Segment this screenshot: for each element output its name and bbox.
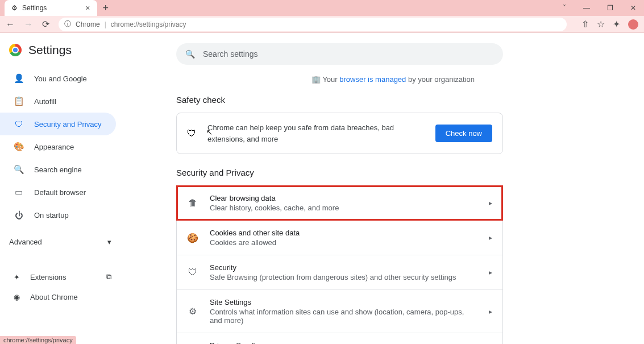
browser-icon: ▭ [14,187,24,197]
safety-check-text: Chrome can help keep you safe from data … [207,122,424,144]
sidebar-extensions-label: Extensions [30,273,67,281]
shield-check-icon: 🛡 [187,129,196,139]
building-icon: 🏢 [311,75,321,84]
profile-avatar[interactable] [628,19,638,30]
search-settings-input[interactable]: 🔍 Search settings [176,43,503,65]
sliders-icon: ⚙ [187,306,198,317]
browser-toolbar: ← → ⟳ ⓘ Chrome | chrome://settings/priva… [0,16,644,33]
safety-check-card: 🛡 Chrome can help keep you safe from dat… [176,113,503,154]
row-clear-browsing-data[interactable]: 🗑 Clear browsing data Clear history, coo… [177,186,502,220]
sidebar-about-chrome[interactable]: ◉ About Chrome [0,287,125,307]
palette-icon: 🎨 [14,142,24,152]
chrome-logo-icon [9,44,22,56]
search-icon: 🔍 [185,49,195,59]
sidebar-about-label: About Chrome [30,293,78,301]
gear-icon: ⚙ [11,4,18,12]
settings-content: 🔍 Search settings 🏢 Your browser is mana… [125,33,644,344]
sidebar-item-on-startup[interactable]: ⏻ On startup [0,204,116,226]
person-icon: 👤 [14,73,24,84]
row-subtitle: Clear history, cookies, cache, and more [210,204,477,212]
external-link-icon: ⧉ [106,272,111,281]
sidebar-item-security-and-privacy[interactable]: 🛡 Security and Privacy [0,113,116,135]
tab-close-icon[interactable]: × [85,3,90,13]
reload-button[interactable]: ⟳ [42,19,49,30]
chevron-right-icon: ▸ [489,308,492,316]
browser-tab[interactable]: ⚙ Settings × [5,0,97,16]
settings-sidebar: Settings 👤 You and Google 📋 Autofill 🛡 S… [0,33,125,344]
new-tab-button[interactable]: + [103,2,109,14]
omnibox-chip: Chrome [76,20,100,28]
sidebar-item-autofill[interactable]: 📋 Autofill [0,90,116,113]
row-security[interactable]: 🛡 Security Safe Browsing (protection fro… [177,255,502,289]
power-icon: ⏻ [14,210,24,220]
row-title: Cookies and other site data [210,229,477,237]
security-privacy-card: 🗑 Clear browsing data Clear history, coo… [176,185,503,344]
chevron-down-icon: ▾ [107,238,111,246]
sidebar-item-label: Default browser [34,188,86,197]
sidebar-advanced-label: Advanced [9,238,42,246]
sidebar-item-label: Autofill [34,97,56,106]
safety-check-heading: Safety check [176,95,610,105]
sidebar-item-label: You and Google [34,74,87,83]
shield-icon: 🛡 [14,119,24,129]
share-icon[interactable]: ⇧ [581,19,589,30]
tab-title: Settings [22,4,47,12]
site-info-icon[interactable]: ⓘ [64,19,71,29]
window-controls: ˅ — ❐ ✕ [563,4,644,12]
bookmark-star-icon[interactable]: ☆ [597,19,605,30]
chevron-right-icon: ▸ [489,234,492,242]
clipboard-icon: 📋 [14,96,24,106]
row-title: Site Settings [210,298,477,306]
cookie-icon: 🍪 [187,233,198,243]
sidebar-advanced[interactable]: Advanced ▾ [0,231,125,253]
extensions-puzzle-icon[interactable]: ✦ [613,19,620,30]
row-subtitle: Controls what information sites can use … [210,308,477,325]
row-title: Security [210,263,477,272]
forward-button[interactable]: → [24,19,33,30]
sidebar-item-you-and-google[interactable]: 👤 You and Google [0,67,116,90]
row-site-settings[interactable]: ⚙ Site Settings Controls what informatio… [177,289,502,333]
address-bar[interactable]: ⓘ Chrome | chrome://settings/privacy [59,18,567,31]
managed-link[interactable]: browser is managed [339,75,406,84]
search-icon: 🔍 [14,164,24,175]
puzzle-icon: ✦ [14,273,20,281]
sidebar-item-appearance[interactable]: 🎨 Appearance [0,135,116,158]
managed-notice: 🏢 Your browser is managed by your organi… [176,75,610,84]
sidebar-item-label: Search engine [34,165,82,174]
check-now-button[interactable]: Check now [435,125,492,142]
row-privacy-sandbox[interactable]: Privacy Sandbox [177,333,502,344]
page-title: Settings [28,43,72,57]
security-privacy-heading: Security and Privacy [176,168,610,177]
row-title: Clear browsing data [210,194,477,202]
row-title: Privacy Sandbox [210,341,492,344]
chrome-icon: ◉ [14,293,20,301]
settings-header: Settings [0,43,125,64]
search-placeholder: Search settings [203,49,258,59]
window-dropdown-icon[interactable]: ˅ [563,4,566,12]
trash-icon: 🗑 [187,198,198,208]
window-minimize-button[interactable]: — [583,4,590,12]
window-close-button[interactable]: ✕ [630,4,636,12]
window-maximize-button[interactable]: ❐ [607,4,613,12]
row-subtitle: Cookies are allowed [210,238,477,247]
sidebar-item-label: Appearance [34,143,74,151]
chevron-right-icon: ▸ [489,268,492,276]
row-subtitle: Safe Browsing (protection from dangerous… [210,273,477,281]
back-button[interactable]: ← [6,19,15,30]
window-titlebar: ⚙ Settings × + ˅ — ❐ ✕ [0,0,644,16]
sidebar-item-default-browser[interactable]: ▭ Default browser [0,181,116,204]
sidebar-item-label: Security and Privacy [34,120,102,129]
sidebar-extensions[interactable]: ✦ Extensions ⧉ [0,267,125,287]
omnibox-separator: | [105,20,106,28]
row-cookies[interactable]: 🍪 Cookies and other site data Cookies ar… [177,220,502,255]
sidebar-item-label: On startup [34,211,69,219]
omnibox-url: chrome://settings/privacy [111,20,186,28]
sidebar-item-search-engine[interactable]: 🔍 Search engine [0,158,116,181]
chevron-right-icon: ▸ [489,199,492,207]
shield-icon: 🛡 [187,267,198,277]
status-bar: chrome://settings/privacy [0,336,76,344]
